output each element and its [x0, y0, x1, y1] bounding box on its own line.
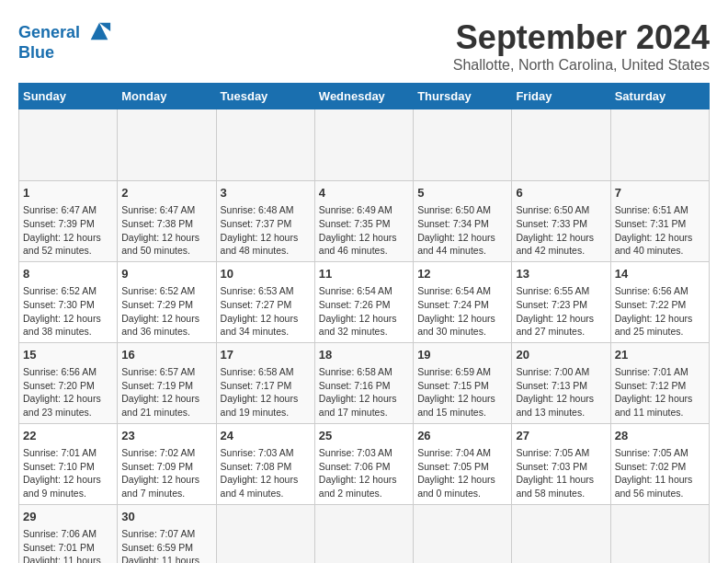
week-row-4: 15Sunrise: 6:56 AMSunset: 7:20 PMDayligh…: [19, 342, 710, 423]
day-number: 6: [516, 185, 606, 201]
calendar-cell: 6Sunrise: 6:50 AMSunset: 7:33 PMDaylight…: [512, 181, 610, 262]
calendar-cell: 19Sunrise: 6:59 AMSunset: 7:15 PMDayligh…: [414, 342, 512, 423]
day-info-line: Daylight: 12 hours: [23, 473, 113, 487]
calendar-cell: 7Sunrise: 6:51 AMSunset: 7:31 PMDaylight…: [610, 181, 709, 262]
week-row-2: 1Sunrise: 6:47 AMSunset: 7:39 PMDaylight…: [19, 181, 710, 262]
day-info-line: Daylight: 12 hours: [121, 392, 211, 406]
day-info-line: Daylight: 12 hours: [319, 473, 409, 487]
day-info-line: Daylight: 12 hours: [516, 231, 606, 245]
day-info-line: and 50 minutes.: [121, 244, 211, 258]
calendar-cell: 11Sunrise: 6:54 AMSunset: 7:26 PMDayligh…: [314, 261, 413, 342]
calendar-cell: [216, 504, 314, 563]
calendar-cell: 18Sunrise: 6:58 AMSunset: 7:16 PMDayligh…: [314, 342, 413, 423]
day-info-line: Daylight: 12 hours: [319, 392, 409, 406]
day-info-line: and 38 minutes.: [23, 325, 113, 339]
day-number: 19: [417, 347, 507, 363]
day-info-line: Sunset: 7:09 PM: [121, 460, 211, 474]
day-info-line: Daylight: 12 hours: [221, 231, 311, 245]
day-info-line: and 27 minutes.: [516, 325, 606, 339]
calendar-cell: 4Sunrise: 6:49 AMSunset: 7:35 PMDaylight…: [314, 181, 413, 262]
day-number: 3: [221, 185, 311, 201]
day-info-line: Sunrise: 6:58 AM: [221, 365, 311, 379]
day-number: 20: [516, 347, 606, 363]
calendar-cell: [512, 504, 610, 563]
day-info-line: Sunrise: 6:56 AM: [615, 284, 705, 298]
day-info-line: and 0 minutes.: [417, 487, 507, 500]
weekday-header-monday: Monday: [118, 84, 216, 109]
day-info-line: Sunset: 7:31 PM: [615, 217, 705, 231]
day-info-line: and 48 minutes.: [221, 244, 311, 258]
day-info-line: Sunrise: 6:48 AM: [221, 203, 311, 217]
day-info-line: Sunset: 7:30 PM: [23, 298, 113, 312]
calendar-cell: 12Sunrise: 6:54 AMSunset: 7:24 PMDayligh…: [414, 261, 512, 342]
day-number: 8: [23, 266, 113, 282]
week-row-1: [19, 109, 710, 181]
day-number: 17: [221, 347, 311, 363]
day-info-line: Sunset: 7:24 PM: [417, 298, 507, 312]
day-info-line: Sunset: 7:20 PM: [23, 379, 113, 393]
calendar-cell: [19, 109, 118, 181]
calendar-table: SundayMondayTuesdayWednesdayThursdayFrid…: [18, 83, 710, 563]
day-info-line: Daylight: 12 hours: [121, 231, 211, 245]
day-number: 25: [319, 428, 409, 444]
day-info-line: Sunset: 7:05 PM: [417, 460, 507, 474]
calendar-cell: 15Sunrise: 6:56 AMSunset: 7:20 PMDayligh…: [19, 342, 118, 423]
day-info-line: Daylight: 12 hours: [615, 392, 705, 406]
day-info-line: Sunrise: 6:52 AM: [23, 284, 113, 298]
calendar-cell: [414, 109, 512, 181]
day-info-line: Daylight: 12 hours: [23, 312, 113, 326]
day-info-line: Daylight: 11 hours: [23, 554, 113, 563]
day-number: 23: [121, 428, 211, 444]
day-info-line: Daylight: 12 hours: [23, 392, 113, 406]
weekday-header-sunday: Sunday: [19, 84, 118, 109]
weekday-header-wednesday: Wednesday: [314, 84, 413, 109]
calendar-cell: 20Sunrise: 7:00 AMSunset: 7:13 PMDayligh…: [512, 342, 610, 423]
day-info-line: Sunset: 7:33 PM: [516, 217, 606, 231]
day-info-line: Sunrise: 7:01 AM: [615, 365, 705, 379]
day-info-line: Sunrise: 6:59 AM: [417, 365, 507, 379]
day-number: 4: [319, 185, 409, 201]
day-info-line: Sunrise: 7:07 AM: [121, 527, 211, 541]
day-info-line: Daylight: 11 hours: [516, 473, 606, 487]
day-info-line: and 34 minutes.: [221, 325, 311, 339]
day-number: 7: [615, 185, 705, 201]
day-info-line: Sunset: 7:38 PM: [121, 217, 211, 231]
day-info-line: and 30 minutes.: [417, 325, 507, 339]
calendar-cell: [314, 109, 413, 181]
calendar-cell: [314, 504, 413, 563]
day-info-line: Sunrise: 6:52 AM: [121, 284, 211, 298]
day-info-line: Sunrise: 7:01 AM: [23, 446, 113, 460]
day-info-line: and 11 minutes.: [615, 406, 705, 419]
day-info-line: Daylight: 12 hours: [615, 312, 705, 326]
day-info-line: and 23 minutes.: [23, 406, 113, 419]
weekday-header-friday: Friday: [512, 84, 610, 109]
day-info-line: and 36 minutes.: [121, 325, 211, 339]
day-info-line: Sunset: 7:10 PM: [23, 460, 113, 474]
day-number: 16: [121, 347, 211, 363]
day-info-line: Sunset: 7:15 PM: [417, 379, 507, 393]
day-info-line: Sunset: 7:12 PM: [615, 379, 705, 393]
day-number: 21: [615, 347, 705, 363]
day-number: 9: [121, 266, 211, 282]
calendar-cell: 24Sunrise: 7:03 AMSunset: 7:08 PMDayligh…: [216, 423, 314, 504]
logo-blue: Blue: [18, 44, 112, 63]
day-info-line: Daylight: 12 hours: [417, 473, 507, 487]
day-info-line: Sunrise: 7:05 AM: [516, 446, 606, 460]
calendar-cell: 27Sunrise: 7:05 AMSunset: 7:03 PMDayligh…: [512, 423, 610, 504]
day-number: 14: [615, 266, 705, 282]
month-title: September 2024: [453, 18, 710, 57]
day-info-line: Sunrise: 6:47 AM: [121, 203, 211, 217]
calendar-cell: 8Sunrise: 6:52 AMSunset: 7:30 PMDaylight…: [19, 261, 118, 342]
day-info-line: Sunrise: 6:47 AM: [23, 203, 113, 217]
day-info-line: Sunset: 7:34 PM: [417, 217, 507, 231]
day-info-line: Sunset: 7:02 PM: [615, 460, 705, 474]
day-info-line: and 46 minutes.: [319, 244, 409, 258]
day-info-line: Daylight: 11 hours: [615, 473, 705, 487]
day-info-line: Sunset: 6:59 PM: [121, 541, 211, 555]
day-info-line: Sunrise: 6:56 AM: [23, 365, 113, 379]
day-info-line: Sunset: 7:17 PM: [221, 379, 311, 393]
day-number: 24: [221, 428, 311, 444]
day-number: 5: [417, 185, 507, 201]
calendar-cell: [610, 504, 709, 563]
calendar-cell: 22Sunrise: 7:01 AMSunset: 7:10 PMDayligh…: [19, 423, 118, 504]
